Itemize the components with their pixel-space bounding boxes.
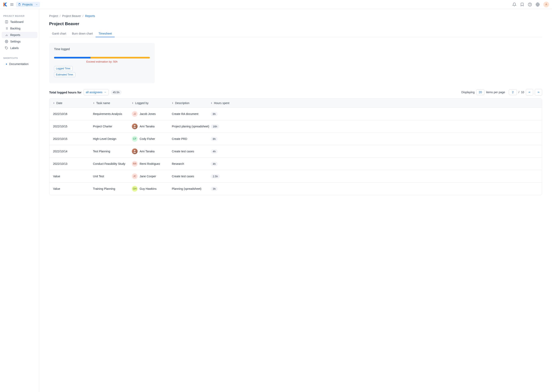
cell-description: Create RA document <box>172 112 211 116</box>
cell-date: 2022/10/16 <box>53 112 93 116</box>
gear-icon <box>5 40 8 43</box>
chevron-down-icon <box>36 3 38 6</box>
cell-logged-by: Ami Tanaka <box>132 148 172 154</box>
breadcrumb-item[interactable]: Project Beaver <box>62 14 81 18</box>
app-logo[interactable] <box>3 2 8 7</box>
svg-point-23 <box>134 150 135 151</box>
person-name: Jacob Jones <box>140 112 156 116</box>
sort-icon: ▲▼ <box>211 102 212 104</box>
sidebar-item-taskboard[interactable]: Taskboard <box>2 19 37 25</box>
cell-hours: 3h <box>211 187 538 191</box>
tabs: Gantt chart Burn down chart Timesheet <box>49 30 542 37</box>
total-pages: 10 <box>521 91 524 94</box>
card-title: Time logged <box>54 48 150 51</box>
sidebar-item-labels[interactable]: Labels <box>2 45 37 51</box>
sidebar-item-backlog[interactable]: Backlog <box>2 25 37 31</box>
cell-task: Project Charter <box>93 125 132 128</box>
total-label: Total logged hours for <box>49 91 81 94</box>
globe-icon[interactable] <box>536 2 540 7</box>
avatar <box>132 124 138 129</box>
next-page-button[interactable] <box>535 89 542 96</box>
tab-timesheet[interactable]: Timesheet <box>96 30 115 37</box>
cell-logged-by: Ami Tanaka <box>132 124 172 129</box>
table-row[interactable]: 2022/10/15 Project Charter Ami Tanaka Pr… <box>49 120 542 133</box>
help-icon[interactable] <box>528 2 532 7</box>
tab-burn-down[interactable]: Burn down chart <box>69 30 96 37</box>
table-row[interactable]: 2022/10/15 High-Level Design CF Cody Fis… <box>49 133 542 145</box>
hours-pill: 2.5h <box>211 174 220 179</box>
chevron-double-left-icon <box>528 91 531 94</box>
person-name: Cody Fisher <box>140 137 155 140</box>
cell-date: 2022/10/15 <box>53 137 93 140</box>
cell-description: Create test cases <box>172 150 211 153</box>
table-row[interactable]: 2022/10/13 Conduct Feasibility Study RR … <box>49 157 542 170</box>
cell-hours: 8h <box>211 112 538 116</box>
estimated-time-legend: Estimated Time: <box>54 72 75 77</box>
bookmark-icon[interactable] <box>520 2 524 7</box>
th-date[interactable]: ▲▼Date <box>53 101 93 105</box>
avatar <box>132 148 138 154</box>
hours-pill: 8h <box>211 112 218 116</box>
page-title: Project Beaver <box>49 21 542 26</box>
th-hours[interactable]: ▲▼Hours spent <box>211 101 538 105</box>
cell-hours: 2.5h <box>211 174 538 179</box>
cell-task: High-Level Design <box>93 137 132 140</box>
hours-pill: 16h <box>211 124 219 129</box>
exceed-text: Exceed estimation by: 50h <box>54 60 150 63</box>
sidebar-item-documentation[interactable]: Documentation <box>2 61 37 67</box>
cell-task: Conduct Feasibility Study <box>93 162 132 165</box>
hours-pill: 4h <box>211 162 218 166</box>
avatar: JJ <box>132 111 138 117</box>
cell-date: Value <box>53 187 93 190</box>
cell-date: Value <box>53 175 93 178</box>
sidebar-section-project: PROJECT BEAVER <box>0 12 39 19</box>
cell-description: Research <box>172 162 211 165</box>
chevron-down-icon <box>104 91 107 93</box>
cell-date: 2022/10/14 <box>53 150 93 153</box>
items-per-page-input[interactable]: 20 <box>476 89 484 95</box>
tag-icon <box>5 46 8 50</box>
items-per-page-label: items per page <box>486 91 505 94</box>
cell-hours: 8h <box>211 137 538 141</box>
projects-dropdown[interactable]: Projects <box>16 2 40 7</box>
table-row[interactable]: 2022/10/14 Test Planning Ami Tanaka Crea… <box>49 145 542 157</box>
cell-description: Create test cases <box>172 175 211 178</box>
th-description[interactable]: ▲▼Description <box>172 101 211 105</box>
sidebar-item-label: Settings <box>10 40 21 43</box>
assignee-select[interactable]: all assignees <box>84 89 109 95</box>
list-header: Total logged hours for all assignees 45.… <box>49 89 542 96</box>
person-name: Remi Rodriguez <box>140 162 160 165</box>
cell-logged-by: GH Guy Hawkins <box>132 186 172 192</box>
tab-gantt[interactable]: Gantt chart <box>49 30 69 37</box>
progress-bar <box>54 57 150 58</box>
breadcrumb-item-active: Reports <box>85 14 95 18</box>
prev-page-button[interactable] <box>526 89 533 96</box>
table-row[interactable]: 2022/10/16 Requirements Analysis JJ Jaco… <box>49 108 542 120</box>
person-name: Guy Hawkins <box>140 187 156 190</box>
table-head: ▲▼Date ▲▼Task name ▲▼Logged by ▲▼Descrip… <box>49 98 542 108</box>
sidebar-item-label: Backlog <box>10 27 21 30</box>
sidebar-item-settings[interactable]: Settings <box>2 38 37 45</box>
table-row[interactable]: Value Unit Test JC Jane Cooper Create te… <box>49 170 542 182</box>
sort-icon: ▲▼ <box>172 102 174 104</box>
sidebar-item-reports[interactable]: Reports <box>2 32 37 38</box>
table-row[interactable]: Value Training Planning GH Guy Hawkins P… <box>49 182 542 195</box>
th-logged-by[interactable]: ▲▼Logged by <box>132 101 172 105</box>
dot-icon <box>6 63 7 65</box>
user-avatar[interactable]: A <box>543 2 549 7</box>
bell-icon[interactable] <box>512 2 516 7</box>
cell-logged-by: RR Remi Rodriguez <box>132 161 172 167</box>
cell-description: Create PRD <box>172 137 211 140</box>
cell-task: Unit Test <box>93 175 132 178</box>
sidebar-item-label: Reports <box>10 33 20 37</box>
sidebar-item-label: Labels <box>10 46 19 50</box>
avatar: GH <box>132 186 138 192</box>
top-bar-left: Projects <box>3 2 40 7</box>
list-header-left: Total logged hours for all assignees 45.… <box>49 89 122 95</box>
breadcrumb: Project / Project Beaver / Reports <box>49 14 542 18</box>
th-task[interactable]: ▲▼Task name <box>93 101 132 105</box>
svg-point-20 <box>6 41 7 42</box>
breadcrumb-item[interactable]: Project <box>49 14 58 18</box>
current-page-input[interactable]: 2 <box>509 89 517 95</box>
menu-icon[interactable] <box>10 2 14 7</box>
